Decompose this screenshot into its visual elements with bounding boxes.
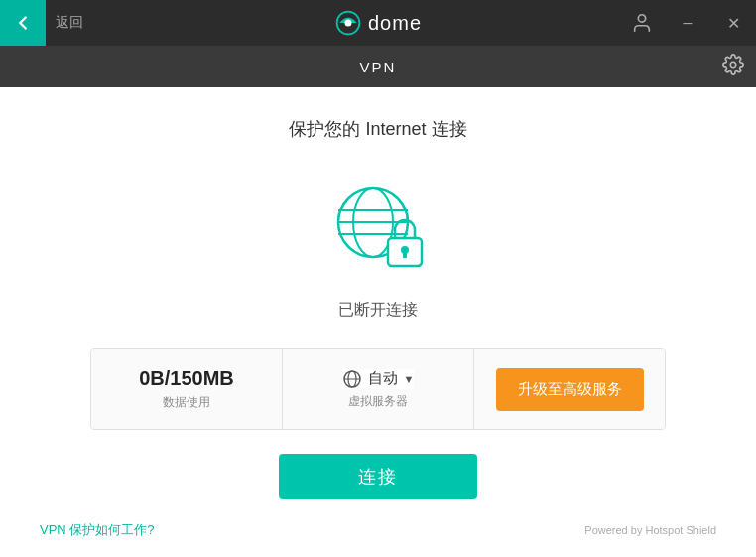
server-sub-label: 虚拟服务器 xyxy=(348,393,408,410)
user-icon xyxy=(631,12,653,34)
svg-rect-11 xyxy=(403,252,407,258)
minimize-icon: – xyxy=(684,14,693,32)
info-row: 0B/150MB 数据使用 自动 ▼ 虚拟服务器 升级至高级服务 xyxy=(90,348,666,430)
close-button[interactable]: ✕ xyxy=(710,0,756,46)
back-label: 返回 xyxy=(56,14,83,32)
settings-icon xyxy=(722,54,744,75)
user-icon-button[interactable] xyxy=(619,0,665,46)
logo-text: dome xyxy=(368,12,422,35)
window-controls: – ✕ xyxy=(619,0,756,46)
vpn-bar: VPN xyxy=(0,46,756,87)
data-usage-label: 数据使用 xyxy=(163,394,210,411)
powered-by-text: Powered by Hotspot Shield xyxy=(584,524,716,536)
svg-point-3 xyxy=(730,62,736,68)
dropdown-arrow-icon: ▼ xyxy=(404,373,415,385)
data-usage-box: 0B/150MB 数据使用 xyxy=(91,349,283,429)
data-usage-value: 0B/150MB xyxy=(139,367,234,390)
connect-button[interactable]: 连接 xyxy=(279,454,477,499)
back-button[interactable] xyxy=(0,0,46,46)
upgrade-box[interactable]: 升级至高级服务 xyxy=(474,349,665,429)
close-icon: ✕ xyxy=(727,14,740,33)
globe-svg xyxy=(323,171,433,280)
status-text: 已断开连接 xyxy=(338,300,418,321)
footer: VPN 保护如何工作? Powered by Hotspot Shield xyxy=(0,521,756,539)
server-globe-icon xyxy=(342,369,362,389)
vpn-bar-title: VPN xyxy=(360,59,397,75)
protect-text: 保护您的 Internet 连接 xyxy=(289,117,466,141)
vpn-help-link[interactable]: VPN 保护如何工作? xyxy=(40,521,155,539)
globe-lock-icon xyxy=(323,171,433,280)
minimize-button[interactable]: – xyxy=(665,0,710,46)
server-label: 自动 xyxy=(368,369,398,388)
svg-point-1 xyxy=(344,20,351,27)
logo: dome xyxy=(334,9,422,37)
dome-logo-icon xyxy=(334,9,362,37)
server-selector-box[interactable]: 自动 ▼ 虚拟服务器 xyxy=(283,349,474,429)
server-selector[interactable]: 自动 ▼ xyxy=(342,369,415,389)
settings-button[interactable] xyxy=(722,54,744,79)
svg-point-2 xyxy=(638,15,645,22)
title-bar: 返回 dome – ✕ xyxy=(0,0,756,46)
upgrade-button[interactable]: 升级至高级服务 xyxy=(496,368,644,411)
main-content: 保护您的 Internet 连接 已断开连接 0B/150MB 数据使用 xyxy=(0,87,756,557)
